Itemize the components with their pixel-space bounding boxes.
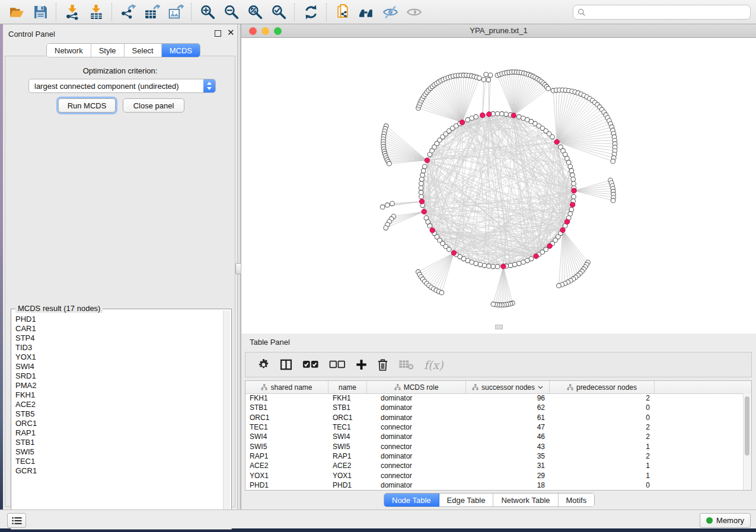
tab-edge-table[interactable]: Edge Table	[439, 493, 494, 507]
column-header-shared-name[interactable]: shared name	[245, 381, 328, 393]
run-mcds-button[interactable]: Run MCDS	[58, 98, 116, 113]
select-all-rows-button[interactable]	[302, 360, 319, 369]
tab-motifs[interactable]: Motifs	[559, 493, 595, 507]
tab-network-table[interactable]: Network Table	[493, 493, 558, 507]
cell-shared-name: SWI4	[245, 432, 328, 441]
control-panel: Control Panel ✕ Optimization criterion: …	[3, 24, 237, 509]
save-session-button[interactable]	[28, 1, 52, 23]
columns-icon	[280, 358, 292, 371]
mcds-result-item[interactable]: STB5	[12, 409, 224, 419]
search-box[interactable]	[573, 5, 751, 20]
table-row[interactable]: FKH1FKH1dominator962	[245, 393, 744, 403]
toolbar-separator	[56, 3, 57, 21]
zoom-out-button[interactable]	[219, 1, 243, 23]
toolbar-separator	[191, 3, 192, 21]
zoom-selected-button[interactable]	[267, 1, 291, 23]
cell-mcds-role: dominator	[367, 414, 466, 422]
close-panel-icon[interactable]: ✕	[227, 27, 235, 38]
open-session-button[interactable]	[5, 1, 28, 23]
add-column-button[interactable]	[356, 359, 367, 370]
table-row[interactable]: ORC1ORC1dominator610	[245, 413, 744, 422]
mcds-result-item[interactable]: SWI4	[12, 362, 224, 371]
network-document-button[interactable]	[331, 1, 355, 23]
mcds-result-item[interactable]: STB1	[12, 438, 224, 447]
column-header-name[interactable]: name	[328, 381, 367, 393]
optimization-criterion-select[interactable]: largest connected component (undirected)	[28, 79, 216, 93]
mcds-result-item[interactable]: SRD1	[12, 371, 224, 381]
save-icon	[33, 4, 49, 20]
search-input[interactable]	[586, 6, 750, 19]
cell-name: ACE2	[328, 462, 367, 470]
mcds-result-scrollbar[interactable]	[223, 310, 230, 528]
search-network-button[interactable]	[355, 1, 378, 23]
import-network-button[interactable]	[60, 1, 84, 23]
network-svg[interactable]	[241, 38, 756, 334]
table-row[interactable]: YOX1YOX1connector291	[245, 470, 744, 480]
table-scrollbar[interactable]	[743, 393, 751, 490]
export-image-button[interactable]	[164, 1, 187, 23]
cell-predecessor-nodes: 1	[550, 462, 655, 470]
mcds-result-item[interactable]: ORC1	[12, 419, 224, 428]
optimization-criterion-value: largest connected component (undirected)	[29, 82, 203, 91]
close-panel-button[interactable]: Close panel	[123, 98, 184, 113]
delete-table-icon	[398, 360, 414, 370]
table-settings-button[interactable]	[257, 358, 270, 371]
table-row[interactable]: PHD1PHD1dominator180	[245, 480, 744, 490]
column-header-predecessor-nodes[interactable]: predecessor nodes	[550, 381, 655, 393]
cell-shared-name: FKH1	[245, 394, 328, 402]
zoom-in-button[interactable]	[196, 1, 219, 23]
mcds-result-item[interactable]: TEC1	[12, 457, 224, 466]
mcds-result-item[interactable]: PHD1	[12, 315, 224, 324]
memory-button[interactable]: Memory	[700, 513, 751, 528]
update-network-button[interactable]	[299, 1, 323, 23]
cell-name: YOX1	[328, 472, 367, 480]
mcds-result-title: MCDS result (17 nodes)	[15, 304, 103, 313]
horizontal-splitter-handle[interactable]	[495, 325, 503, 329]
task-history-button[interactable]	[7, 513, 26, 528]
table-row[interactable]: ACE2ACE2connector311	[245, 461, 744, 470]
cell-successor-nodes: 62	[466, 403, 550, 412]
zoom-fit-button[interactable]	[243, 1, 267, 23]
delete-column-button[interactable]	[377, 358, 388, 371]
mcds-result-item[interactable]: YOX1	[12, 352, 224, 362]
mcds-result-item[interactable]: RAP1	[12, 428, 224, 438]
table-row[interactable]: SWI4SWI4dominator462	[245, 432, 744, 441]
mcds-result-item[interactable]: PMA2	[12, 381, 224, 390]
hide-graphics-button[interactable]	[378, 1, 402, 23]
table-row[interactable]: STB1STB1dominator620	[245, 403, 744, 412]
toolbar-separator	[294, 3, 295, 21]
table-row[interactable]: SWI5SWI5connector431	[245, 441, 744, 451]
export-network-button[interactable]	[116, 1, 140, 23]
float-panel-icon[interactable]	[215, 30, 221, 37]
deselect-all-rows-button[interactable]	[329, 360, 346, 369]
mcds-result-item[interactable]: GCR1	[12, 466, 224, 476]
mcds-result-item[interactable]: STP4	[12, 334, 224, 343]
import-table-button[interactable]	[84, 1, 108, 23]
show-columns-button[interactable]	[280, 358, 292, 371]
mcds-result-item[interactable]: CAR1	[12, 324, 224, 334]
column-header-mcds-role[interactable]: MCDS role	[367, 381, 466, 393]
table-scrollbar-thumb[interactable]	[745, 396, 749, 456]
tab-network[interactable]: Network	[47, 44, 91, 57]
network-window-title: YPA_prune.txt_1	[241, 26, 756, 35]
main-toolbar-buttons	[5, 0, 426, 24]
tab-mcds[interactable]: MCDS	[162, 44, 200, 57]
tab-style[interactable]: Style	[91, 44, 125, 57]
cell-successor-nodes: 29	[466, 472, 550, 480]
column-header-successor-nodes[interactable]: successor nodes	[466, 381, 550, 393]
mcds-result-item[interactable]: SWI5	[12, 447, 224, 457]
mcds-result-item[interactable]: FKH1	[12, 390, 224, 400]
export-table-button[interactable]	[140, 1, 164, 23]
cell-shared-name: ORC1	[245, 414, 328, 422]
tab-select[interactable]: Select	[125, 44, 162, 57]
mcds-result-item[interactable]: ACE2	[12, 400, 224, 409]
tab-node-table[interactable]: Node Table	[384, 493, 439, 507]
cell-shared-name: TEC1	[245, 423, 328, 431]
mcds-result-item[interactable]: TID3	[12, 343, 224, 352]
mcds-result-list: PHD1CAR1STP4TID3YOX1SWI4SRD1PMA2FKH1ACE2…	[12, 315, 224, 528]
gear-icon	[257, 358, 270, 371]
table-row[interactable]: RAP1RAP1dominator352	[245, 451, 744, 461]
table-row[interactable]: TEC1TEC1connector472	[245, 422, 744, 432]
column-label: shared name	[270, 383, 312, 392]
cell-name: SWI5	[328, 443, 367, 451]
